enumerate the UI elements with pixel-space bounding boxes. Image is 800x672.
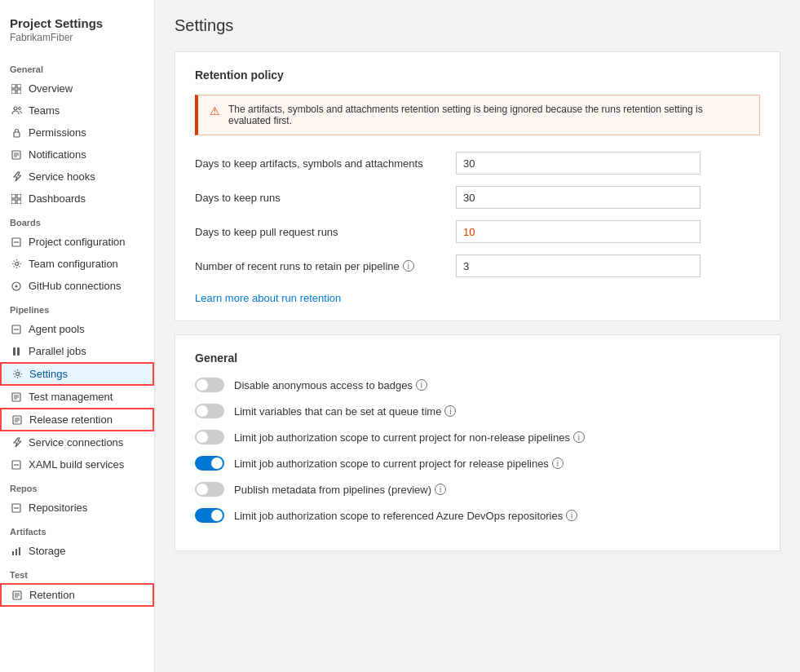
sidebar-section-repos: ReposRepositories <box>0 475 154 519</box>
sidebar-item-test-management[interactable]: Test management <box>0 386 154 408</box>
sidebar-item-parallel-jobs[interactable]: Parallel jobs <box>0 340 154 362</box>
svg-rect-1 <box>17 84 21 88</box>
svg-point-13 <box>15 263 18 266</box>
retention-policy-title: Retention policy <box>195 69 760 82</box>
retention-icon <box>11 590 23 601</box>
form-row-recent-runs: Number of recent runs to retain per pipe… <box>195 254 760 277</box>
sidebar-item-overview[interactable]: Overview <box>0 77 154 99</box>
warning-icon: ⚠ <box>210 104 220 117</box>
overview-icon <box>11 83 22 95</box>
warning-box: ⚠ The artifacts, symbols and attachments… <box>195 95 760 135</box>
sidebar-item-team-configuration[interactable]: Team configuration <box>0 253 154 275</box>
svg-rect-24 <box>12 551 14 555</box>
field-label-pr-runs-days: Days to keep pull request runs <box>195 226 456 238</box>
svg-rect-6 <box>14 132 20 137</box>
sidebar-item-github-connections[interactable]: GitHub connections <box>0 275 154 297</box>
project-configuration-icon <box>11 237 22 248</box>
settings-icon <box>11 369 23 380</box>
sidebar-section-label: Artifacts <box>0 519 154 540</box>
field-input-artifacts-days[interactable] <box>456 152 701 175</box>
field-input-recent-runs[interactable] <box>456 254 701 277</box>
svg-rect-11 <box>17 200 21 204</box>
field-input-runs-days[interactable] <box>456 186 701 209</box>
info-icon-recent-runs[interactable]: i <box>403 260 414 272</box>
sidebar-item-permissions[interactable]: Permissions <box>0 122 154 144</box>
general-card: General Disable anonymous access to badg… <box>175 334 780 551</box>
svg-rect-8 <box>11 194 15 198</box>
learn-more-link[interactable]: Learn more about run retention <box>195 292 341 304</box>
svg-rect-25 <box>15 549 17 555</box>
sidebar-item-label-notifications: Notifications <box>29 148 86 161</box>
agent-pools-icon <box>11 324 22 335</box>
page-title: Settings <box>175 16 780 35</box>
sidebar-section-pipelines: PipelinesAgent poolsParallel jobsSetting… <box>0 297 154 475</box>
sidebar-section-general: GeneralOverviewTeamsPermissionsNotificat… <box>0 56 154 210</box>
sidebar-section-artifacts: ArtifactsStorage <box>0 519 154 562</box>
toggle-anonymous-badges[interactable] <box>195 378 224 392</box>
service-hooks-icon <box>11 171 22 183</box>
sidebar-section-label: Pipelines <box>0 297 154 318</box>
toggle-label-limit-job-auth-release: Limit job authorization scope to current… <box>234 458 564 470</box>
sidebar-item-notifications[interactable]: Notifications <box>0 144 154 166</box>
svg-rect-9 <box>17 194 21 198</box>
sidebar-item-release-retention[interactable]: Release retention <box>0 408 154 431</box>
toggle-publish-metadata[interactable] <box>195 482 224 497</box>
service-connections-icon <box>11 437 22 449</box>
sidebar-section-label: Repos <box>0 475 154 497</box>
info-icon-toggle-limit-job-auth-release[interactable]: i <box>552 458 564 469</box>
sidebar-item-label-dashboards: Dashboards <box>29 192 86 205</box>
test-management-icon <box>11 391 22 403</box>
info-icon-toggle-publish-metadata[interactable]: i <box>435 484 446 495</box>
toggle-row-publish-metadata: Publish metadata from pipelines (preview… <box>195 482 760 497</box>
info-icon-toggle-limit-job-auth-azure[interactable]: i <box>566 510 577 521</box>
sidebar-item-repositories[interactable]: Repositories <box>0 497 154 519</box>
form-row-artifacts-days: Days to keep artifacts, symbols and atta… <box>195 152 760 175</box>
sidebar-item-teams[interactable]: Teams <box>0 99 154 122</box>
sidebar-item-label-project-configuration: Project configuration <box>29 236 126 248</box>
svg-rect-18 <box>17 347 20 356</box>
retention-policy-card: Retention policy ⚠ The artifacts, symbol… <box>175 51 780 321</box>
info-icon-toggle-limit-job-auth-non-release[interactable]: i <box>573 431 585 443</box>
sidebar-item-dashboards[interactable]: Dashboards <box>0 188 154 210</box>
sidebar-item-service-connections[interactable]: Service connections <box>0 431 154 453</box>
general-title: General <box>195 351 760 365</box>
notifications-icon <box>11 149 22 161</box>
sidebar-item-xaml-build-services[interactable]: XAML build services <box>0 453 154 475</box>
svg-point-4 <box>14 107 17 110</box>
field-label-artifacts-days: Days to keep artifacts, symbols and atta… <box>195 157 456 170</box>
sidebar-item-project-configuration[interactable]: Project configuration <box>0 231 154 253</box>
field-input-pr-runs-days[interactable] <box>456 220 701 243</box>
svg-point-15 <box>15 285 18 287</box>
field-label-runs-days: Days to keep runs <box>195 192 456 204</box>
toggle-limit-job-auth-release[interactable] <box>195 456 224 471</box>
toggle-label-limit-variables: Limit variables that can be set at queue… <box>234 405 456 418</box>
warning-text: The artifacts, symbols and attachments r… <box>228 104 748 126</box>
sidebar-item-label-teams: Teams <box>29 104 60 117</box>
field-label-recent-runs: Number of recent runs to retain per pipe… <box>195 260 456 272</box>
toggle-row-limit-job-auth-azure: Limit job authorization scope to referen… <box>195 508 760 523</box>
sidebar-item-label-retention: Retention <box>29 589 75 601</box>
toggle-label-limit-job-auth-non-release: Limit job authorization scope to current… <box>234 431 585 444</box>
sidebar-item-service-hooks[interactable]: Service hooks <box>0 166 154 188</box>
toggle-limit-variables[interactable] <box>195 404 224 418</box>
sidebar-item-label-service-hooks: Service hooks <box>29 170 95 183</box>
sidebar-item-storage[interactable]: Storage <box>0 540 154 562</box>
info-icon-toggle-anonymous-badges[interactable]: i <box>416 379 427 391</box>
info-icon-toggle-limit-variables[interactable]: i <box>444 405 456 417</box>
toggle-limit-job-auth-non-release[interactable] <box>195 430 224 444</box>
svg-rect-3 <box>17 90 21 94</box>
repositories-icon <box>11 502 22 514</box>
sidebar-item-retention[interactable]: Retention <box>0 583 154 607</box>
sidebar-item-label-github-connections: GitHub connections <box>29 280 121 292</box>
toggle-limit-job-auth-azure[interactable] <box>195 508 224 523</box>
sidebar-item-settings[interactable]: Settings <box>0 362 154 386</box>
sidebar-item-agent-pools[interactable]: Agent pools <box>0 318 154 340</box>
sidebar-item-label-team-configuration: Team configuration <box>29 258 118 270</box>
sidebar-item-label-agent-pools: Agent pools <box>29 323 85 335</box>
sidebar-section-label: Test <box>0 562 154 583</box>
sidebar-section-label: General <box>0 56 154 77</box>
release-retention-icon <box>11 414 23 426</box>
svg-rect-0 <box>11 84 15 88</box>
svg-point-5 <box>18 108 20 110</box>
toggle-label-limit-job-auth-azure: Limit job authorization scope to referen… <box>234 510 577 522</box>
